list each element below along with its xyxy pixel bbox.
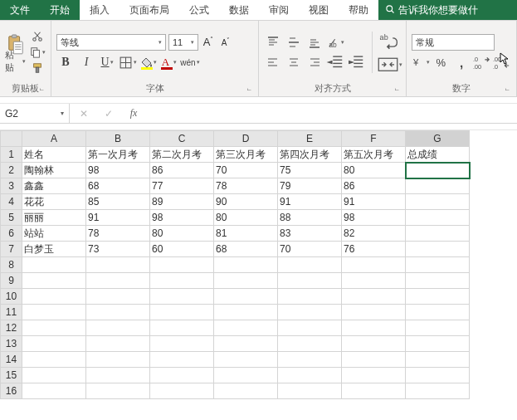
cell[interactable] [22, 336, 86, 352]
align-center-button[interactable] [285, 54, 303, 71]
name-box[interactable]: G2▾ [0, 104, 70, 123]
row-header[interactable]: 1 [1, 147, 22, 163]
cell[interactable] [86, 273, 150, 289]
increase-decimal-button[interactable]: .0.00 [473, 54, 491, 71]
cell[interactable] [22, 273, 86, 289]
row-header[interactable]: 2 [1, 163, 22, 178]
column-header[interactable]: A [22, 131, 86, 147]
cell[interactable] [406, 336, 470, 352]
cell[interactable]: 98 [150, 210, 214, 226]
row-header[interactable]: 15 [1, 368, 22, 383]
cancel-formula-button[interactable]: ✕ [75, 105, 93, 122]
select-all-corner[interactable] [1, 131, 22, 147]
cell[interactable]: 86 [342, 178, 406, 194]
cell[interactable]: 78 [214, 178, 278, 194]
cell[interactable]: 88 [278, 210, 342, 226]
enter-formula-button[interactable]: ✓ [100, 105, 118, 122]
bold-button[interactable]: B [56, 54, 75, 71]
cell[interactable] [342, 305, 406, 320]
cell[interactable] [278, 352, 342, 368]
row-header[interactable]: 10 [1, 289, 22, 305]
insert-function-button[interactable]: fx [124, 105, 143, 122]
cell[interactable]: 第二次月考 [150, 147, 214, 163]
cell[interactable] [214, 368, 278, 383]
cell[interactable] [406, 368, 470, 383]
font-color-button[interactable]: A [160, 54, 178, 71]
cell[interactable]: 75 [278, 163, 342, 178]
cell[interactable] [406, 305, 470, 320]
cell[interactable] [150, 336, 214, 352]
cell[interactable] [278, 383, 342, 399]
cell[interactable]: 总成绩 [406, 147, 470, 163]
cell[interactable] [86, 383, 150, 399]
row-header[interactable]: 11 [1, 305, 22, 320]
row-header[interactable]: 4 [1, 194, 22, 210]
cell[interactable]: 80 [214, 210, 278, 226]
cell[interactable] [22, 368, 86, 383]
cell[interactable] [342, 289, 406, 305]
cell[interactable] [278, 368, 342, 383]
decrease-font-button[interactable]: A˅ [218, 34, 233, 51]
font-name-combo[interactable]: 等线 [56, 34, 166, 51]
cell[interactable] [86, 336, 150, 352]
cell[interactable]: 第四次月考 [278, 147, 342, 163]
cell[interactable]: 77 [150, 178, 214, 194]
cell[interactable] [278, 336, 342, 352]
cell[interactable] [406, 273, 470, 289]
cell[interactable]: 76 [342, 242, 406, 257]
cell[interactable]: 80 [150, 226, 214, 242]
cell[interactable] [406, 383, 470, 399]
column-header[interactable]: B [86, 131, 150, 147]
cell[interactable]: 81 [214, 226, 278, 242]
cell[interactable] [406, 320, 470, 336]
cell[interactable] [150, 368, 214, 383]
cell[interactable]: 花花 [22, 194, 86, 210]
cell[interactable] [214, 336, 278, 352]
cell[interactable]: 姓名 [22, 147, 86, 163]
cell[interactable] [150, 320, 214, 336]
cell[interactable] [86, 289, 150, 305]
cell[interactable] [214, 320, 278, 336]
cell[interactable] [406, 242, 470, 257]
cell[interactable] [86, 352, 150, 368]
cell[interactable] [22, 320, 86, 336]
cell[interactable] [342, 336, 406, 352]
cell[interactable] [150, 305, 214, 320]
align-right-button[interactable] [305, 54, 324, 71]
cell[interactable]: 80 [342, 163, 406, 178]
cell[interactable] [214, 257, 278, 273]
cell[interactable] [406, 210, 470, 226]
row-header[interactable]: 16 [1, 383, 22, 399]
cell[interactable]: 89 [150, 194, 214, 210]
tab-data[interactable]: 数据 [219, 0, 259, 20]
sheet-table[interactable]: ABCDEFG1姓名第一次月考第二次月考第三次月考第四次月考第五次月考总成绩2陶… [0, 130, 470, 399]
cell[interactable] [406, 178, 470, 194]
comma-button[interactable]: , [452, 54, 471, 71]
format-painter-button[interactable] [29, 61, 46, 76]
cell[interactable] [86, 257, 150, 273]
column-header[interactable]: G [406, 131, 470, 147]
cell[interactable] [342, 383, 406, 399]
increase-indent-button[interactable] [347, 54, 365, 71]
cell[interactable]: 78 [86, 226, 150, 242]
phonetic-button[interactable]: wén [181, 54, 199, 71]
underline-button[interactable]: U [98, 54, 116, 71]
increase-font-button[interactable]: A˄ [201, 34, 216, 51]
align-top-button[interactable] [264, 34, 282, 51]
cell[interactable] [150, 257, 214, 273]
column-header[interactable]: E [278, 131, 342, 147]
cell[interactable]: 第五次月考 [342, 147, 406, 163]
cell[interactable] [22, 305, 86, 320]
column-header[interactable]: D [214, 131, 278, 147]
cell[interactable] [406, 226, 470, 242]
cell[interactable] [342, 257, 406, 273]
merge-center-button[interactable] [378, 56, 402, 73]
cell[interactable]: 73 [86, 242, 150, 257]
cell[interactable]: 91 [342, 194, 406, 210]
cell[interactable] [278, 320, 342, 336]
cell[interactable]: 91 [86, 210, 150, 226]
row-header[interactable]: 13 [1, 336, 22, 352]
cell[interactable]: 91 [278, 194, 342, 210]
cell[interactable] [86, 305, 150, 320]
paste-label[interactable]: 粘贴 [5, 54, 26, 69]
